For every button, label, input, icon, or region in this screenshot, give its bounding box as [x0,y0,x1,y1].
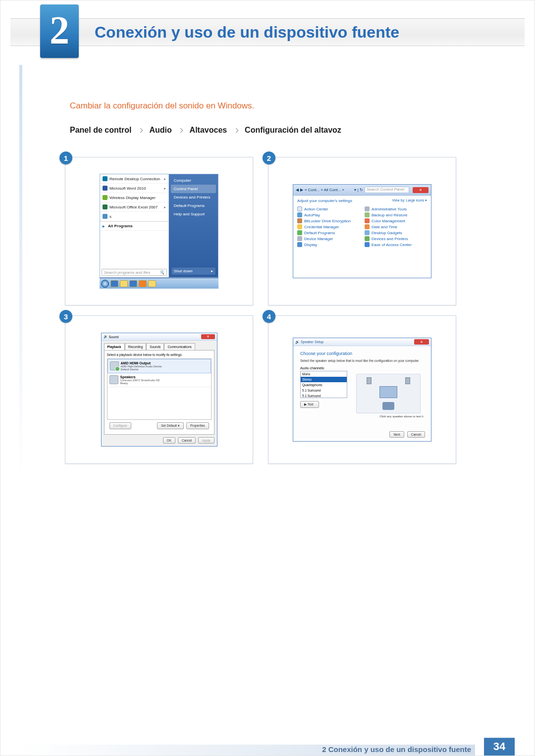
right-pane-item[interactable]: Default Programs [171,202,216,210]
cp-item-label: Backup and Restore [372,213,408,217]
screenshots-grid: 1 Remote Desktop Connection▸ Microsoft W… [65,157,456,464]
cp-item[interactable]: Desktop Gadgets [365,230,427,236]
cp-item[interactable]: AutoPlay [297,212,360,218]
sound-icon: 🔊 [104,335,108,339]
tab-recording[interactable]: Recording [125,343,147,350]
view-by-selector[interactable]: View by: Large icons ▾ [392,199,427,202]
ok-button[interactable]: OK [163,437,175,444]
cp-item-label: Date and Time [372,225,397,229]
cp-item[interactable]: Administrative Tools [365,206,427,212]
cp-item[interactable]: Devices and Printers [365,236,427,242]
cp-item-label: AutoPlay [304,213,320,217]
cancel-button[interactable]: Cancel [407,431,425,438]
cp-item-label: Ease of Access Center [372,243,412,247]
chapter-banner: 2 Conexión y uso de un dispositivo fuent… [10,4,525,61]
breadcrumb-step: Altavoces [190,126,227,134]
properties-button[interactable]: Properties [186,422,209,429]
left-speaker-icon[interactable] [367,377,372,384]
page-footer: 2 Conexión y uso de un dispositivo fuent… [0,736,535,756]
start-menu: Remote Desktop Connection▸ Microsoft Wor… [100,174,218,278]
right-pane-item[interactable]: Devices and Printers [171,193,216,202]
backup-icon [365,212,370,217]
color-mgmt-icon [365,218,370,223]
playback-device[interactable]: Speakers Conexant 20671 SmartAudio HD Re… [107,373,211,387]
search-placeholder: Search programs and files [104,270,150,275]
start-menu-item[interactable]: Remote Desktop Connection▸ [100,174,168,184]
right-pane-item-control-panel[interactable]: Control Panel [171,185,216,193]
step-badge: 2 [263,151,275,164]
sound-instruction: Select a playback device below to modify… [107,353,212,356]
control-panel-search[interactable]: Search Control Panel [365,187,409,193]
tab-sounds[interactable]: Sounds [146,343,164,350]
date-time-icon [365,224,370,229]
cp-item[interactable]: Date and Time [365,224,427,230]
cp-item[interactable]: Backup and Restore [365,212,427,218]
tab-playback[interactable]: Playback [104,343,125,350]
start-menu-item[interactable]: Microsoft Word 2010▸ [100,184,168,193]
cp-item[interactable]: BitLocker Drive Encryption [297,218,360,224]
taskbar-wmp-icon[interactable] [139,280,147,287]
close-icon[interactable]: ✕ [413,187,428,193]
cp-item[interactable]: Default Programs [297,230,360,236]
address-crumb[interactable]: « Cont... » All Cont... » [305,188,353,192]
control-panel-titlebar: ◀ ▶ « Cont... » All Cont... » ▾ | ↻ Sear… [293,185,431,196]
right-speaker-icon[interactable] [405,377,410,384]
start-menu-item[interactable]: Wireless Display Manager [100,193,168,202]
right-pane-item[interactable]: Help and Support [171,210,216,218]
taskbar-app-icon[interactable] [129,280,137,287]
speaker-setup-subtext: Select the speaker setup below that is m… [300,359,424,362]
cp-item[interactable]: Display [297,242,360,248]
taskbar-explorer-icon[interactable] [120,280,128,287]
set-default-button[interactable]: Set Default [157,422,184,429]
cp-item-label: Devices and Printers [372,237,408,241]
start-menu-search[interactable]: Search programs and files🔍 [102,269,167,276]
right-pane-item[interactable]: Computer [171,176,216,185]
start-menu-item[interactable]: Microsoft Office Excel 2007▸ [100,202,168,212]
tab-communications[interactable]: Communications [164,343,195,350]
audio-channels-list[interactable]: Mono Stereo Quadraphonic 5.1 Surround 5.… [300,371,347,398]
configure-button[interactable]: Configure [109,422,131,429]
audio-channel-option[interactable]: 5.1 Surround [301,388,347,393]
chapter-number: 2 [50,8,69,53]
cp-item[interactable]: Credential Manager [297,224,360,230]
cp-item[interactable]: Ease of Access Center [365,242,427,248]
nav-fwd-icon[interactable]: ▶ [300,188,303,192]
step-badge: 1 [59,151,72,164]
nav-back-icon[interactable]: ◀ [296,188,299,192]
cp-item-label: Desktop Gadgets [372,231,402,235]
cp-item[interactable]: Action Center [297,206,360,212]
all-programs-button[interactable]: All Programs [100,221,168,231]
close-icon[interactable]: ✕ [201,334,215,339]
admin-tools-icon [365,206,370,211]
speaker-setup-dialog: 🔊 Speaker Setup ✕ Choose your configurat… [293,338,431,442]
sound-tabs: Playback Recording Sounds Communications [102,341,217,350]
start-menu-item-label: s [109,214,111,219]
cp-item[interactable]: Color Management [365,218,427,224]
taskbar-ie-icon[interactable] [110,280,118,287]
devices-printers-icon [365,236,370,241]
arrow-icon [138,128,143,133]
speaker-setup-title: Speaker Setup [301,340,323,344]
audio-channel-option[interactable]: Quadraphonic [301,382,347,388]
cp-item-label: Display [304,243,317,247]
cp-item[interactable]: Device Manager [297,236,360,242]
taskbar-folder-icon[interactable] [148,280,156,287]
taskbar [100,278,218,289]
audio-channel-option[interactable]: 5.1 Surround [301,393,347,398]
playback-device[interactable]: AMD HDMI Output AMD High Definition Audi… [107,359,211,373]
cp-item-label: Action Center [304,207,328,211]
start-orb[interactable] [101,280,109,288]
start-menu-item[interactable]: s [100,212,168,221]
app-icon [103,176,107,181]
control-panel-items: Action Center AutoPlay BitLocker Drive E… [297,206,427,248]
test-button[interactable]: ▶ Test [300,401,319,408]
audio-channel-option-selected[interactable]: Stereo [301,377,347,382]
next-button[interactable]: Next [389,431,404,438]
audio-channel-option[interactable]: Mono [301,371,347,377]
close-icon[interactable]: ✕ [414,339,429,345]
start-menu-item-label: Microsoft Word 2010 [109,186,146,191]
apply-button[interactable]: Apply [198,437,214,444]
cancel-button[interactable]: Cancel [178,437,196,444]
page-number: 34 [484,738,515,756]
shutdown-button[interactable]: Shut down▸ [171,267,216,275]
